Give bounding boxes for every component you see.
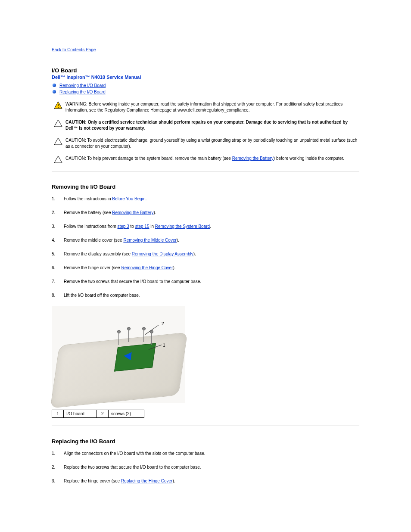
caution-text-2: CAUTION: To avoid electrostatic discharg… (65, 137, 359, 149)
divider (52, 171, 359, 171)
parts-table: 1 I/O board 2 screws (2) (52, 410, 144, 418)
back-to-contents-link[interactable]: Back to Contents Page (52, 47, 96, 52)
warning-icon (54, 101, 62, 109)
caution-icon (54, 156, 62, 163)
link-removing-battery-notice[interactable]: Removing the Battery (232, 156, 274, 161)
callout-1: 1 (163, 343, 165, 348)
divider (52, 426, 359, 426)
steps-replacing: Align the connectors on the I/O board wi… (52, 451, 359, 484)
callout-2: 2 (162, 321, 164, 326)
caution-text-1: CAUTION: Only a certified service techni… (65, 119, 359, 131)
toc-link-removing[interactable]: Removing the I/O Board (59, 83, 106, 88)
link-removing-display-assembly[interactable]: Removing the Display Assembly (132, 252, 193, 256)
figure-io-board: 1 2 1 I/O board 2 screws (2) (52, 306, 185, 418)
caution-text-3: CAUTION: To help prevent damage to the s… (65, 156, 359, 162)
svg-marker-3 (54, 120, 62, 127)
link-step3[interactable]: step 3 (118, 224, 129, 229)
warning-text: WARNING: Before working inside your comp… (65, 101, 359, 113)
table-cell: I/O board (64, 410, 97, 418)
svg-point-2 (58, 107, 59, 108)
svg-marker-4 (54, 138, 62, 145)
link-before-you-begin[interactable]: Before You Begin (112, 196, 145, 201)
toc-list: Removing the I/O Board Replacing the I/O… (52, 82, 359, 95)
caution-icon (54, 137, 62, 145)
page-title: I/O Board (52, 67, 359, 74)
steps-removing: Follow the instructions in Before You Be… (52, 196, 359, 299)
table-cell: 1 (52, 410, 64, 418)
section-heading-replacing: Replacing the I/O Board (52, 438, 359, 445)
link-removing-battery[interactable]: Removing the Battery (112, 210, 153, 215)
link-step15[interactable]: step 15 (135, 224, 149, 229)
caution-icon (54, 119, 62, 127)
link-replacing-hinge-cover[interactable]: Replacing the Hinge Cover (121, 479, 173, 483)
table-cell: screws (2) (108, 410, 144, 418)
page-subtitle: Dell™ Inspiron™ N4010 Service Manual (52, 75, 359, 80)
section-heading-removing: Removing the I/O Board (52, 184, 359, 190)
link-removing-middle-cover[interactable]: Removing the Middle Cover (123, 238, 176, 243)
svg-marker-5 (54, 156, 62, 163)
link-removing-system-board[interactable]: Removing the System Board (155, 224, 210, 229)
toc-link-replacing[interactable]: Replacing the I/O Board (59, 90, 106, 94)
table-cell: 2 (97, 410, 108, 418)
link-removing-hinge-cover[interactable]: Removing the Hinge Cover (121, 265, 173, 270)
